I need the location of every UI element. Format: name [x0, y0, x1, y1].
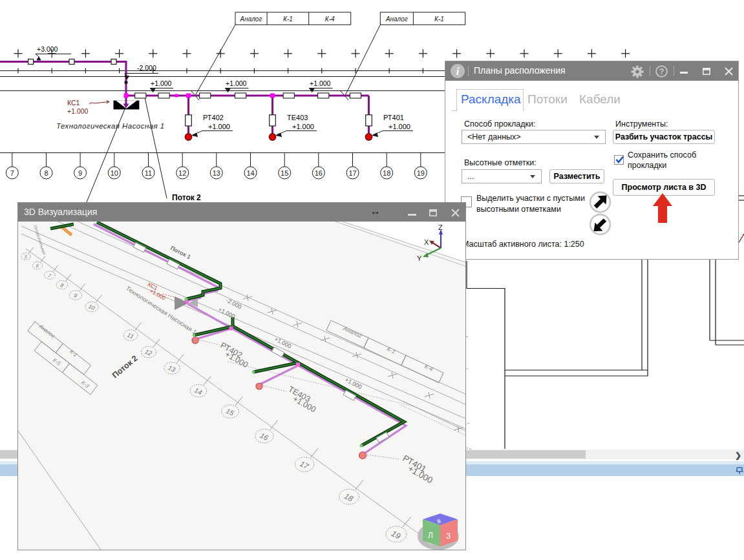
svg-text:К-1: К-1 [283, 16, 293, 23]
svg-text:16: 16 [315, 169, 323, 177]
svg-text:X: X [424, 238, 429, 246]
svg-text:+1.000: +1.000 [151, 79, 172, 87]
svg-text:+3.000: +3.000 [37, 45, 58, 53]
svg-text:Z: Z [438, 223, 443, 231]
svg-text:7: 7 [10, 169, 14, 177]
svg-text:i: i [456, 65, 460, 78]
svg-text:ТЕ403: ТЕ403 [287, 114, 308, 121]
svg-text:15: 15 [281, 169, 288, 177]
svg-text:Л: Л [428, 531, 433, 540]
svg-text:Аналог: Аналог [385, 16, 408, 23]
svg-text:Аналог: Аналог [240, 16, 262, 23]
svg-text:+1.000: +1.000 [67, 107, 89, 115]
svg-text:10: 10 [111, 169, 118, 177]
svg-text:Y: Y [417, 254, 422, 262]
svg-text:+1.000: +1.000 [226, 79, 247, 87]
svg-text:-2.000: -2.000 [137, 64, 156, 72]
svg-text:РТ402: РТ402 [203, 114, 224, 121]
svg-text:9: 9 [78, 169, 82, 177]
svg-text:14: 14 [246, 169, 254, 177]
svg-text:19: 19 [417, 169, 425, 177]
svg-text:17: 17 [348, 169, 356, 177]
svg-text:+1.000: +1.000 [292, 123, 314, 130]
svg-text:РТ401: РТ401 [383, 114, 404, 121]
svg-text:?: ? [659, 67, 664, 76]
svg-text:11: 11 [145, 169, 152, 177]
svg-text:18: 18 [383, 169, 390, 177]
svg-text:3: 3 [446, 531, 451, 541]
svg-text:8: 8 [44, 169, 48, 177]
svg-text:Технологическая Насосная 1: Технологическая Насосная 1 [56, 122, 165, 130]
svg-text:+1.000: +1.000 [310, 79, 331, 87]
svg-text:К-4: К-4 [325, 16, 335, 23]
svg-text:+1.000: +1.000 [208, 123, 230, 130]
svg-text:12: 12 [178, 169, 186, 177]
svg-text:Поток 2: Поток 2 [172, 193, 201, 202]
svg-text:+1.000: +1.000 [388, 123, 410, 130]
svg-text:К-1: К-1 [434, 16, 444, 23]
svg-text:КС1: КС1 [67, 99, 80, 107]
svg-text:13: 13 [213, 169, 220, 177]
